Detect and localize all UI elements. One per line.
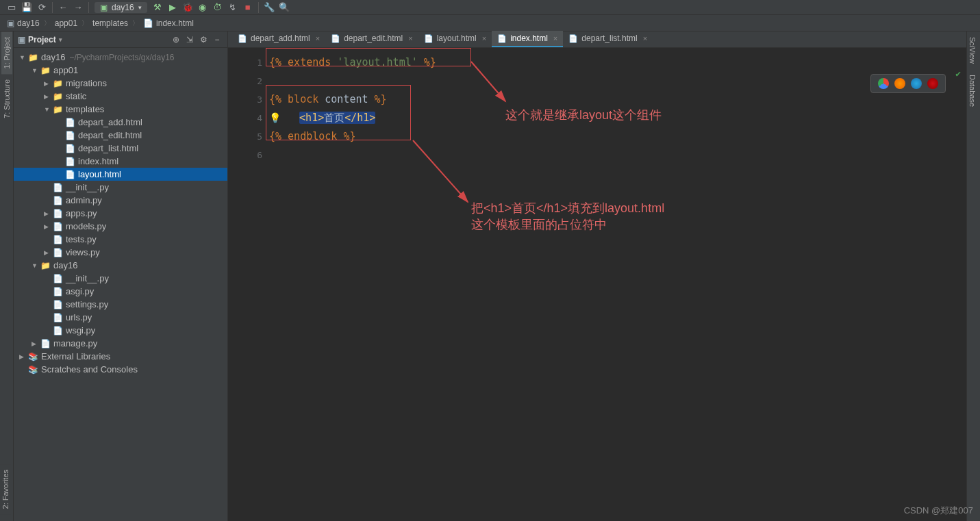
watermark: CSDN @郑建007 bbox=[904, 505, 973, 517]
tool-tab-favorites[interactable]: 2: Favorites bbox=[0, 464, 11, 514]
right-tool-stripe: SciView Database bbox=[966, 31, 980, 521]
tree-node[interactable]: ▼📁app01 bbox=[14, 64, 227, 77]
expand-icon[interactable]: ⇲ bbox=[184, 35, 196, 45]
tree-node[interactable]: 📄urls.py bbox=[14, 311, 227, 324]
attach-icon[interactable]: ↯ bbox=[225, 1, 240, 14]
editor-tab[interactable]: 📄depart_edit.html× bbox=[325, 31, 418, 47]
line-gutter: 1 2 3 4 5 6 bbox=[228, 48, 262, 164]
settings-icon[interactable]: ⚙ bbox=[197, 35, 210, 45]
tree-node[interactable]: ▼📁templates bbox=[14, 103, 227, 116]
run-config-selector[interactable]: ▣ day16 ▾ bbox=[95, 2, 147, 13]
close-icon[interactable]: × bbox=[408, 34, 412, 42]
stop-icon[interactable]: ■ bbox=[240, 1, 255, 14]
browser-preview-bar bbox=[870, 74, 946, 93]
tree-node[interactable]: 📄wsgi.py bbox=[14, 324, 227, 337]
tree-node[interactable]: ▼📁day16~/PycharmProjects/gx/day16 bbox=[14, 51, 227, 64]
safari-icon[interactable] bbox=[911, 78, 922, 89]
hide-icon[interactable]: − bbox=[211, 35, 223, 45]
firefox-icon[interactable] bbox=[894, 78, 905, 89]
breadcrumb-item[interactable]: 📄 index.html bbox=[143, 18, 194, 28]
tree-node[interactable]: ▶📄models.py bbox=[14, 220, 227, 233]
back-icon[interactable]: ← bbox=[55, 1, 71, 14]
chrome-icon[interactable] bbox=[878, 78, 889, 89]
tree-node[interactable]: 📄asgi.py bbox=[14, 285, 227, 298]
tree-node[interactable]: ▶📄apps.py bbox=[14, 207, 227, 220]
sync-icon[interactable]: ⟳ bbox=[34, 1, 49, 14]
tool-tab-sciview[interactable]: SciView bbox=[967, 31, 978, 69]
annotation-text: 这个就是继承layout这个组件 bbox=[505, 107, 662, 123]
tree-node[interactable]: ▶📄views.py bbox=[14, 246, 227, 259]
main-toolbar: ▭ 💾 ⟳ ← → ▣ day16 ▾ ⚒ ▶ 🐞 ◉ ⏱ ↯ ■ 🔧 🔍 bbox=[0, 0, 980, 15]
tree-node[interactable]: 📄admin.py bbox=[14, 194, 227, 207]
tree-node[interactable]: 📄index.html bbox=[14, 155, 227, 168]
save-icon[interactable]: 💾 bbox=[19, 1, 34, 14]
editor-tab[interactable]: 📄depart_list.html× bbox=[563, 31, 653, 47]
breadcrumb-item[interactable]: ▣ day16 bbox=[7, 18, 40, 28]
editor-tabs: 📄depart_add.html×📄depart_edit.html×📄layo… bbox=[228, 31, 966, 48]
close-icon[interactable]: × bbox=[553, 34, 557, 42]
coverage-icon[interactable]: ◉ bbox=[195, 1, 210, 14]
tree-node[interactable]: 📄__init__.py bbox=[14, 181, 227, 194]
tree-node[interactable]: 📄layout.html bbox=[14, 168, 227, 181]
profile-icon[interactable]: ⏱ bbox=[210, 1, 225, 14]
tree-node[interactable]: 📄settings.py bbox=[14, 298, 227, 311]
tree-node[interactable]: ▶📚External Libraries bbox=[14, 350, 227, 363]
locate-icon[interactable]: ⊕ bbox=[170, 35, 182, 45]
no-problems-icon: ✔ bbox=[955, 68, 961, 79]
breadcrumb-item[interactable]: templates bbox=[92, 18, 128, 28]
tree-node[interactable]: 📚Scratches and Consoles bbox=[14, 363, 227, 376]
tree-node[interactable]: ▶📄manage.py bbox=[14, 337, 227, 350]
tree-node[interactable]: ▼📁day16 bbox=[14, 259, 227, 272]
tree-node[interactable]: 📄__init__.py bbox=[14, 272, 227, 285]
opera-icon[interactable] bbox=[927, 78, 938, 89]
tools-icon[interactable]: 🔧 bbox=[262, 1, 277, 14]
tree-node[interactable]: 📄depart_edit.html bbox=[14, 129, 227, 142]
left-tool-stripe: 1: Project 7: Structure bbox=[0, 31, 14, 521]
close-icon[interactable]: × bbox=[643, 34, 647, 42]
breadcrumb-item[interactable]: app01 bbox=[55, 18, 77, 28]
project-tool-window: ▣ Project ▾ ⊕ ⇲ ⚙ − ▼📁day16~/PycharmProj… bbox=[14, 31, 228, 521]
html-file-icon: 📄 bbox=[497, 34, 507, 43]
search-icon[interactable]: 🔍 bbox=[277, 1, 292, 14]
hammer-icon[interactable]: ⚒ bbox=[150, 1, 165, 14]
tool-tab-database[interactable]: Database bbox=[967, 69, 978, 112]
tree-node[interactable]: 📄tests.py bbox=[14, 233, 227, 246]
tree-node[interactable]: ▶📁static bbox=[14, 90, 227, 103]
editor-tab[interactable]: 📄index.html× bbox=[492, 31, 563, 47]
debug-icon[interactable]: 🐞 bbox=[180, 1, 195, 14]
tree-node[interactable]: 📄depart_add.html bbox=[14, 116, 227, 129]
close-icon[interactable]: × bbox=[316, 34, 320, 42]
editor-tab[interactable]: 📄layout.html× bbox=[418, 31, 492, 47]
forward-icon[interactable]: → bbox=[71, 1, 86, 14]
breadcrumb: ▣ day16 〉 app01 〉 templates 〉 📄 index.ht… bbox=[0, 15, 980, 31]
tree-node[interactable]: 📄depart_list.html bbox=[14, 142, 227, 155]
html-file-icon: 📄 bbox=[331, 34, 340, 43]
tool-tab-structure[interactable]: 7: Structure bbox=[1, 74, 12, 124]
annotation-text: 把<h1>首页</h1>填充到layout.html 这个模板里面的占位符中 bbox=[471, 200, 664, 233]
tool-tab-project[interactable]: 1: Project bbox=[1, 31, 12, 74]
editor-tab[interactable]: 📄depart_add.html× bbox=[232, 31, 325, 47]
html-file-icon: 📄 bbox=[238, 34, 247, 43]
run-icon[interactable]: ▶ bbox=[165, 1, 180, 14]
html-file-icon: 📄 bbox=[424, 34, 434, 43]
html-file-icon: 📄 bbox=[568, 34, 578, 43]
intention-bulb-icon[interactable]: 💡 bbox=[269, 112, 281, 123]
project-title: Project bbox=[28, 35, 56, 45]
close-icon[interactable]: × bbox=[482, 34, 486, 42]
tree-node[interactable]: ▶📁migrations bbox=[14, 77, 227, 90]
open-icon[interactable]: ▭ bbox=[4, 1, 19, 14]
